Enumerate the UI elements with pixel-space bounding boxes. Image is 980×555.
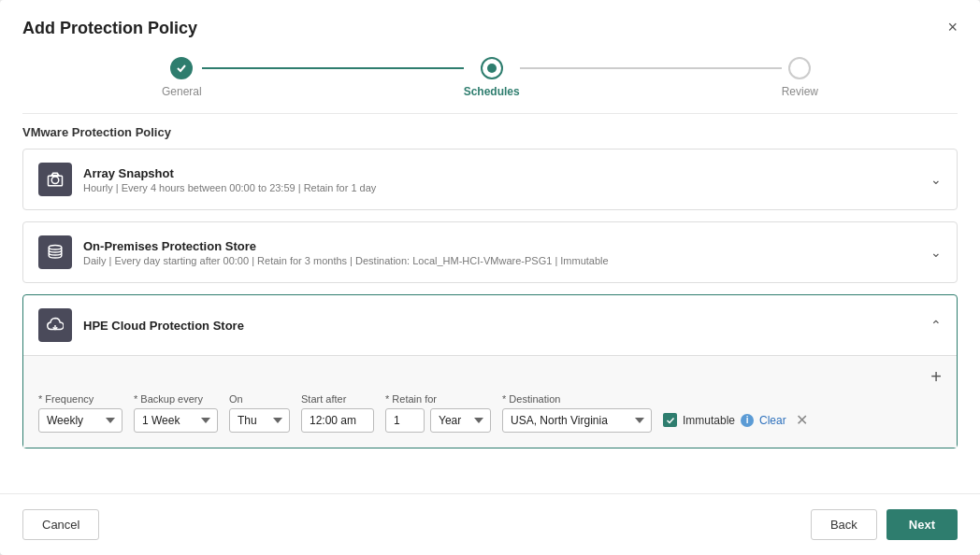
retain-for-row: Year Day Week Month — [385, 408, 491, 433]
step-general: General — [162, 57, 202, 98]
card-hpe-cloud-header[interactable]: HPE Cloud Protection Store ⌃ — [23, 295, 957, 355]
card-body-toprow: + — [38, 367, 942, 386]
next-button[interactable]: Next — [886, 509, 958, 540]
hpe-cloud-title: HPE Cloud Protection Store — [83, 319, 244, 333]
stepper: General Schedules Review — [0, 38, 980, 113]
dialog-body: VMware Protection Policy Array Snapshot … — [0, 113, 980, 493]
retain-for-input[interactable] — [385, 408, 425, 433]
retain-for-unit-select[interactable]: Year Day Week Month — [430, 408, 491, 433]
on-premises-info: On-Premises Protection Store Daily | Eve… — [83, 239, 609, 266]
on-premises-icon — [38, 235, 72, 269]
step-line-1 — [202, 67, 464, 69]
svg-point-0 — [51, 177, 59, 184]
card-array-snapshot-header[interactable]: Array Snapshot Hourly | Every 4 hours be… — [23, 149, 957, 209]
array-snapshot-chevron-icon: ⌄ — [930, 172, 942, 187]
on-select[interactable]: Thu Mon Tue Wed Fri Sat Sun — [229, 408, 290, 433]
section-title: VMware Protection Policy — [22, 125, 958, 139]
step-line-2 — [520, 67, 782, 69]
step-review-circle — [788, 57, 811, 79]
array-snapshot-info: Array Snapshot Hourly | Every 4 hours be… — [83, 166, 376, 193]
card-on-premises: On-Premises Protection Store Daily | Eve… — [22, 221, 958, 283]
dialog-footer: Cancel Back Next — [0, 493, 980, 555]
array-snapshot-icon — [38, 163, 72, 196]
footer-right: Back Next — [811, 509, 958, 540]
step-general-label: General — [162, 85, 202, 98]
hpe-cloud-body: + * Frequency Weekly Hourly Daily Monthl… — [23, 355, 957, 448]
schedule-row: * Frequency Weekly Hourly Daily Monthly … — [38, 393, 942, 433]
retain-for-field: * Retain for Year Day Week Month — [385, 393, 491, 433]
close-button[interactable]: × — [947, 19, 958, 36]
on-premises-chevron-icon: ⌄ — [930, 245, 942, 260]
card-hpe-cloud: HPE Cloud Protection Store ⌃ + * Frequen… — [22, 294, 958, 448]
immutable-row: Immutable i Clear ✕ — [663, 411, 808, 429]
immutable-label: Immutable — [683, 414, 735, 427]
step-schedules: Schedules — [464, 57, 520, 98]
card-array-snapshot-left: Array Snapshot Hourly | Every 4 hours be… — [38, 163, 376, 196]
card-hpe-cloud-left: HPE Cloud Protection Store — [38, 308, 244, 342]
start-after-input[interactable] — [301, 408, 374, 433]
hpe-cloud-info: HPE Cloud Protection Store — [83, 319, 244, 333]
step-review-label: Review — [782, 85, 818, 98]
divider-top — [22, 113, 958, 114]
immutable-field: Immutable i Clear ✕ — [663, 411, 808, 433]
card-on-premises-header[interactable]: On-Premises Protection Store Daily | Eve… — [23, 222, 957, 282]
hpe-cloud-icon — [38, 308, 72, 342]
card-on-premises-left: On-Premises Protection Store Daily | Eve… — [38, 235, 609, 269]
array-snapshot-subtitle: Hourly | Every 4 hours between 00:00 to … — [83, 182, 376, 193]
array-snapshot-title: Array Snapshot — [83, 166, 376, 180]
add-schedule-button[interactable]: + — [930, 367, 942, 386]
back-button[interactable]: Back — [811, 509, 877, 540]
on-label: On — [229, 393, 290, 405]
svg-point-1 — [49, 246, 62, 250]
step-schedules-circle — [481, 57, 503, 79]
immutable-info-icon[interactable]: i — [741, 414, 754, 427]
immutable-checkbox[interactable] — [663, 413, 677, 427]
step-review: Review — [782, 57, 818, 98]
backup-every-field: * Backup every 1 Week 2 Weeks 3 Weeks — [134, 393, 218, 433]
destination-label: * Destination — [502, 393, 652, 405]
backup-every-select[interactable]: 1 Week 2 Weeks 3 Weeks — [134, 408, 218, 433]
on-field: On Thu Mon Tue Wed Fri Sat Sun — [229, 393, 290, 433]
destination-select[interactable]: USA, North Virginia USA North Europe Wes… — [502, 408, 652, 433]
step-schedules-label: Schedules — [464, 85, 520, 98]
start-after-label: Start after — [301, 393, 374, 405]
cancel-button[interactable]: Cancel — [22, 509, 99, 540]
destination-field: * Destination USA, North Virginia USA No… — [502, 393, 652, 433]
frequency-select[interactable]: Weekly Hourly Daily Monthly — [38, 408, 122, 433]
card-array-snapshot: Array Snapshot Hourly | Every 4 hours be… — [22, 149, 958, 210]
on-premises-subtitle: Daily | Every day starting after 00:00 |… — [83, 255, 609, 266]
on-premises-title: On-Premises Protection Store — [83, 239, 609, 253]
dialog-title: Add Protection Policy — [22, 19, 197, 38]
start-after-field: Start after — [301, 393, 374, 433]
delete-schedule-button[interactable]: ✕ — [796, 411, 808, 429]
backup-every-label: * Backup every — [134, 393, 218, 405]
add-protection-policy-dialog: Add Protection Policy × General Schedule… — [0, 0, 980, 555]
frequency-label: * Frequency — [38, 393, 122, 405]
hpe-cloud-chevron-icon: ⌃ — [930, 318, 942, 333]
step-general-circle — [170, 57, 193, 79]
clear-button[interactable]: Clear — [759, 414, 786, 427]
dialog-header: Add Protection Policy × — [0, 0, 980, 38]
retain-for-label: * Retain for — [385, 393, 491, 405]
frequency-field: * Frequency Weekly Hourly Daily Monthly — [38, 393, 122, 433]
